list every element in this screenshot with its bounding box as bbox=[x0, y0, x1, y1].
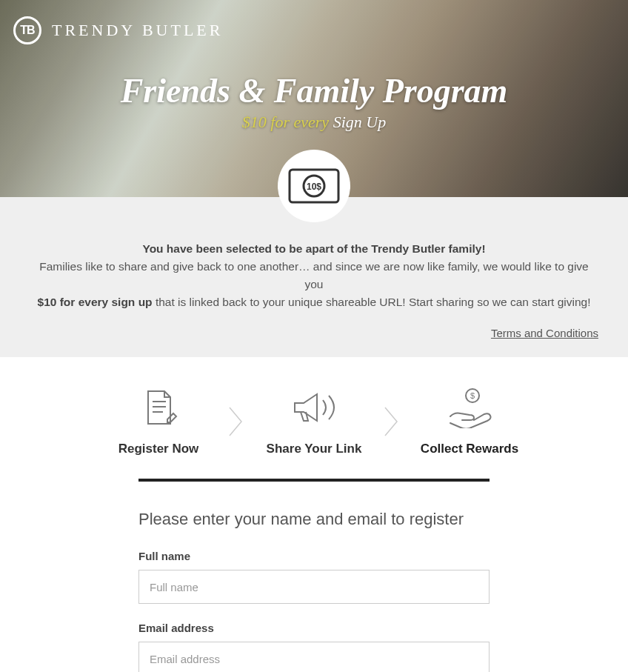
hero-banner: TB TRENDY BUTLER Friends & Family Progra… bbox=[0, 0, 628, 197]
chevron-right-icon bbox=[377, 406, 407, 437]
step-register-label: Register Now bbox=[96, 442, 221, 456]
step-register: Register Now bbox=[96, 387, 221, 456]
ten-dollar-badge: 10$ bbox=[278, 150, 350, 222]
hero-subtitle-highlight: $10 for every bbox=[242, 113, 329, 131]
step-rewards: $ Collect Rewards bbox=[407, 387, 532, 456]
hero-subtitle-rest: Sign Up bbox=[329, 113, 386, 131]
intro-body: Families like to share and give back to … bbox=[30, 258, 598, 311]
brand-lockup: TB TRENDY BUTLER bbox=[13, 16, 223, 44]
fullname-label: Full name bbox=[138, 550, 490, 562]
step-share-label: Share Your Link bbox=[251, 442, 377, 456]
bill-icon: 10$ bbox=[288, 168, 340, 204]
step-share: Share Your Link bbox=[251, 387, 377, 456]
steps-divider bbox=[138, 479, 490, 482]
megaphone-icon bbox=[287, 387, 341, 428]
svg-text:10$: 10$ bbox=[307, 182, 321, 192]
document-icon bbox=[138, 387, 179, 428]
hand-coin-icon: $ bbox=[446, 387, 493, 428]
chevron-right-icon bbox=[221, 406, 251, 437]
steps-row: Register Now Share Your Link $ Collect R… bbox=[0, 357, 628, 470]
brand-logo-icon: TB bbox=[13, 16, 41, 44]
email-label: Email address bbox=[138, 622, 490, 634]
email-input[interactable] bbox=[138, 642, 490, 672]
fullname-field: Full name bbox=[138, 550, 490, 604]
svg-text:$: $ bbox=[470, 391, 475, 400]
email-field: Email address bbox=[138, 622, 490, 672]
form-heading: Please enter your name and email to regi… bbox=[138, 510, 490, 529]
fullname-input[interactable] bbox=[138, 570, 490, 604]
brand-name: TRENDY BUTLER bbox=[52, 21, 223, 40]
register-form: Please enter your name and email to regi… bbox=[138, 510, 490, 672]
terms-link[interactable]: Terms and Conditions bbox=[491, 327, 598, 339]
hero-title: Friends & Family Program bbox=[0, 71, 628, 110]
hero-subtitle: $10 for every Sign Up bbox=[0, 113, 628, 132]
intro-lead: You have been selected to be apart of th… bbox=[30, 240, 598, 258]
step-rewards-label: Collect Rewards bbox=[407, 442, 532, 456]
